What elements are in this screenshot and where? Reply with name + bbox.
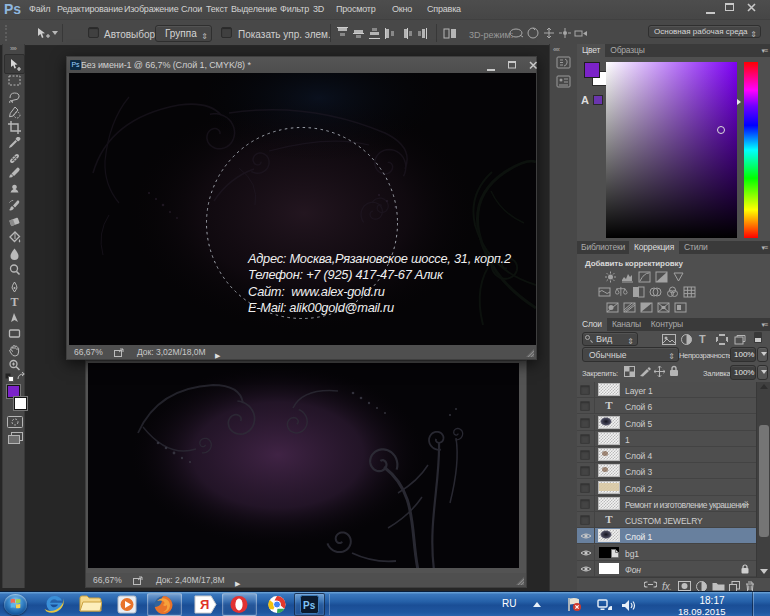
- svg-text:Я: Я: [200, 597, 209, 612]
- svg-text:Ps: Ps: [303, 600, 316, 611]
